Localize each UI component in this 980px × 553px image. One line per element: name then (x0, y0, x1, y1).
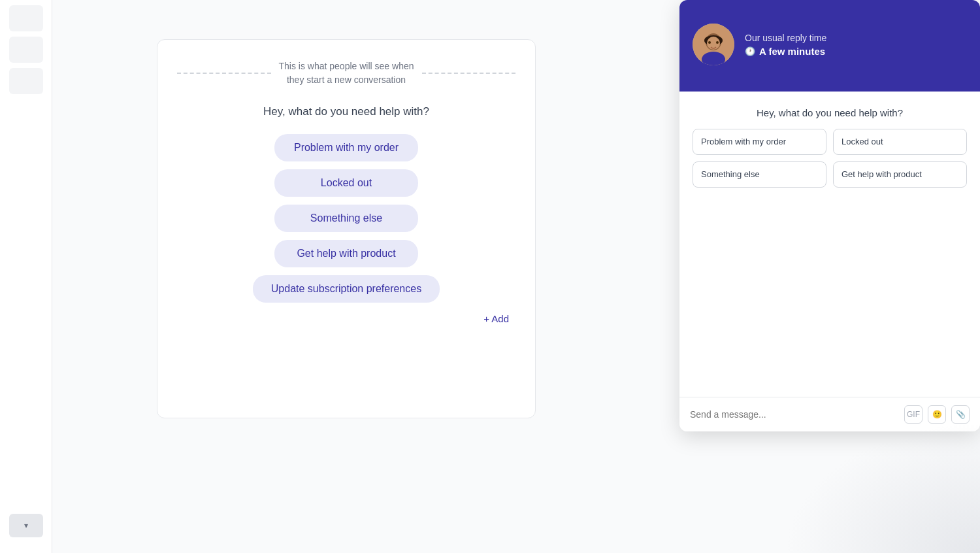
reply-label: Our usual reply time (745, 33, 826, 43)
attachment-icon[interactable]: 📎 (951, 405, 970, 424)
chat-btn-2[interactable]: Something else (693, 161, 826, 188)
chat-input[interactable] (690, 409, 898, 420)
reply-time: 🕐 A few minutes (745, 46, 826, 57)
preview-label-line-left (177, 73, 271, 74)
chat-header-info: Our usual reply time 🕐 A few minutes (745, 33, 826, 57)
avatar (693, 24, 734, 65)
chat-btn-0[interactable]: Problem with my order (693, 129, 826, 155)
preview-btn-0[interactable]: Problem with my order (274, 134, 418, 161)
add-button[interactable]: + Add (483, 313, 515, 324)
preview-btn-1[interactable]: Locked out (274, 169, 418, 197)
emoji-icon[interactable]: 🙂 (928, 405, 946, 424)
chat-btn-1[interactable]: Locked out (833, 129, 967, 155)
sidebar-item-2[interactable] (9, 37, 43, 63)
preview-panel: This is what people will see whenthey st… (157, 39, 536, 418)
chat-buttons-grid: Problem with my order Locked out Somethi… (693, 129, 967, 188)
reply-time-value: A few minutes (759, 46, 825, 57)
sidebar-item-3[interactable] (9, 68, 43, 94)
chevron-down-icon: ▾ (24, 521, 28, 530)
chat-body: Hey, what do you need help with? Problem… (679, 92, 980, 397)
bg-decorative-shape (784, 422, 980, 553)
sidebar: ▾ (0, 0, 52, 553)
sidebar-dropdown[interactable]: ▾ (9, 514, 43, 537)
preview-label-text: This is what people will see whenthey st… (279, 59, 414, 87)
chat-panel: Our usual reply time 🕐 A few minutes Hey… (679, 0, 980, 431)
preview-btn-4[interactable]: Update subscription preferences (253, 275, 440, 303)
preview-btn-2[interactable]: Something else (274, 205, 418, 232)
main-content: This is what people will see whenthey st… (52, 0, 980, 553)
preview-buttons: Problem with my order Locked out Somethi… (177, 134, 515, 303)
svg-point-5 (708, 41, 711, 44)
preview-question: Hey, what do you need help with? (263, 105, 429, 118)
gif-icon[interactable]: GIF (904, 405, 923, 424)
chat-btn-3[interactable]: Get help with product (833, 161, 967, 188)
clock-icon: 🕐 (745, 46, 755, 56)
chat-question: Hey, what do you need help with? (693, 107, 967, 118)
preview-label-line-right (422, 73, 516, 74)
preview-btn-3[interactable]: Get help with product (274, 240, 418, 267)
preview-label: This is what people will see whenthey st… (177, 59, 515, 87)
chat-footer: GIF 🙂 📎 (679, 397, 980, 431)
chat-header: Our usual reply time 🕐 A few minutes (679, 0, 980, 92)
chat-footer-icons: GIF 🙂 📎 (904, 405, 970, 424)
svg-point-6 (716, 41, 719, 44)
sidebar-item-1[interactable] (9, 5, 43, 31)
